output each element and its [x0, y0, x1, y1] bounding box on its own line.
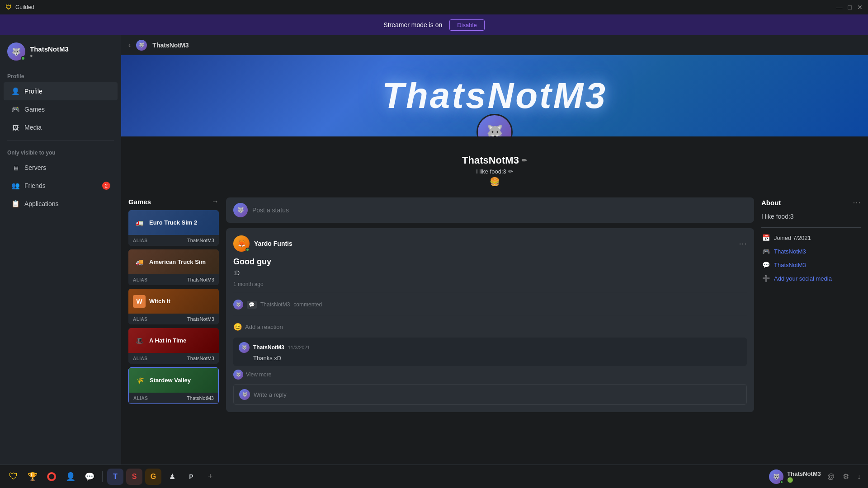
about-title: About — [761, 199, 781, 206]
profile-section-label: Profile — [0, 68, 121, 82]
post-status-box[interactable]: 🐺 Post a status — [226, 197, 754, 223]
reply-input[interactable]: Write a reply — [254, 391, 741, 398]
friends-icon: 👥 — [11, 181, 20, 190]
taskbar-icon-t-app[interactable]: T — [107, 469, 123, 485]
taskbar-icon-trophy[interactable]: 🏆 — [24, 469, 41, 485]
guilded-logo-icon: 🛡 — [5, 4, 12, 11]
mentions-icon[interactable]: @ — [826, 471, 836, 483]
game-name-ets2: Euro Truck Sim 2 — [149, 219, 197, 226]
sidebar-item-friends[interactable]: 👥 Friends 2 — [4, 177, 118, 195]
taskbar-icon-p-app[interactable]: P — [183, 469, 199, 485]
add-reaction-label: Add a reaction — [245, 324, 283, 330]
sidebar-item-games-label: Games — [24, 106, 45, 113]
view-more-label: View more — [246, 371, 271, 378]
game-alias-ahat: ALIAS ThatsNotM3 — [128, 353, 219, 364]
avatar: 🐺 — [7, 42, 25, 61]
disable-streamer-button[interactable]: Disable — [449, 19, 484, 31]
sidebar-item-friends-label: Friends — [24, 182, 46, 189]
game-card-witchit[interactable]: W Witch It ALIAS ThatsNotM3 — [128, 289, 219, 324]
sidebar-user-status: ● — [30, 53, 69, 58]
taskbar-icon-discover[interactable]: ⭕ — [43, 469, 60, 485]
taskbar-add-app-button[interactable]: + — [202, 469, 218, 485]
sidebar-item-servers[interactable]: 🖥 Servers — [4, 159, 118, 177]
comment-text: Thanks xD — [253, 355, 741, 361]
view-more-button[interactable]: 🐺 View more — [233, 370, 747, 380]
game-card-ats[interactable]: 🚚 American Truck Sim ALIAS ThatsNotM3 — [128, 249, 219, 285]
sidebar-item-media[interactable]: 🖼 Media — [4, 118, 118, 136]
about-social-1[interactable]: 🎮 ThatsNotM3 — [761, 247, 861, 256]
banner-text: ThatsNotM3 — [382, 75, 607, 117]
edit-profile-icon[interactable]: ✏ — [522, 157, 527, 164]
profile-emoji: 🍔 — [490, 177, 500, 187]
about-joined: 📅 Joined 7/2021 — [761, 233, 861, 242]
profile-header-avatar: 🐺 — [136, 40, 147, 51]
sidebar-item-games[interactable]: 🎮 Games — [4, 100, 118, 118]
post-header: 🦊 Yardo Funtis ⋯ — [233, 235, 747, 252]
comment-username[interactable]: ThatsNotM3 — [253, 344, 284, 351]
about-more-button[interactable]: ⋯ — [853, 197, 861, 207]
post-status-avatar: 🐺 — [233, 203, 248, 217]
applications-icon: 📋 — [11, 199, 20, 208]
media-icon: 🖼 — [11, 123, 20, 132]
game-name-witchit: Witch It — [149, 298, 170, 305]
minimize-button[interactable]: — — [836, 4, 843, 11]
three-col-layout: Games → 🚛 Euro Truck Sim 2 ALIAS ThatsNo… — [121, 194, 868, 465]
joined-text: Joined 7/2021 — [774, 235, 811, 241]
game-name-stardew: Stardew Valley — [150, 377, 191, 384]
back-button[interactable]: ‹ — [128, 41, 131, 49]
bio-edit-icon[interactable]: ✏ — [508, 168, 513, 175]
post-divider-2 — [233, 316, 747, 316]
game-card-stardew[interactable]: 🌾 Stardew Valley ALIAS ThatsNotM3 — [128, 367, 219, 404]
content-area: ‹ 🐺 ThatsNotM3 ThatsNotM3 🐺 ThatsNotM3 ✏… — [121, 35, 868, 465]
post-user-online-dot — [245, 248, 250, 252]
taskbar-icon-g-app[interactable]: G — [145, 469, 161, 485]
add-reaction-button[interactable]: 😊 Add a reaction — [233, 320, 747, 334]
social-link-1[interactable]: ThatsNotM3 — [774, 248, 806, 255]
comment-icon: 💬 — [247, 301, 257, 309]
settings-icon[interactable]: ⚙ — [841, 470, 851, 483]
sidebar-item-applications[interactable]: 📋 Applications — [4, 195, 118, 213]
taskbar-icon-chat[interactable]: 💬 — [81, 469, 98, 485]
post-status-input[interactable]: Post a status — [252, 206, 747, 214]
main-layout: 🐺 ThatsNotM3 ● Profile 👤 Profile 🎮 Games… — [0, 35, 868, 465]
add-social-media[interactable]: ➕ Add your social media — [761, 274, 861, 283]
taskbar-icon-s-app[interactable]: S — [126, 469, 142, 485]
game-alias-ats: ALIAS ThatsNotM3 — [128, 274, 219, 285]
taskbar-icon-user[interactable]: 👤 — [62, 469, 79, 485]
social-link-2[interactable]: ThatsNotM3 — [774, 262, 806, 268]
commented-text: commented — [293, 301, 322, 308]
reply-box[interactable]: 🐺 Write a reply — [233, 384, 747, 405]
about-divider — [761, 227, 861, 228]
feed-column: 🐺 Post a status 🦊 Yardo Funtis ⋯ — [226, 194, 754, 457]
sidebar-item-profile[interactable]: 👤 Profile — [4, 82, 118, 100]
maximize-button[interactable]: □ — [848, 4, 852, 11]
add-social-label[interactable]: Add your social media — [774, 275, 832, 282]
profile-header-bar: ‹ 🐺 ThatsNotM3 — [121, 35, 868, 55]
game-card-ets2[interactable]: 🚛 Euro Truck Sim 2 ALIAS ThatsNotM3 — [128, 210, 219, 246]
taskbar-icon-steam[interactable]: ♟ — [164, 469, 180, 485]
post-user-info: 🦊 Yardo Funtis — [233, 235, 292, 252]
taskbar-icon-guilded[interactable]: 🛡 — [5, 469, 22, 485]
game-icon-stardew: 🌾 — [133, 374, 146, 387]
comment-header: 🐺 ThatsNotM3 11/3/2021 — [239, 342, 741, 353]
download-icon[interactable]: ↓ — [855, 471, 863, 483]
alias-label-stardew: ALIAS — [133, 396, 148, 401]
games-arrow[interactable]: → — [212, 197, 219, 206]
about-bio: I like food:3 — [761, 213, 861, 220]
post-more-button[interactable]: ⋯ — [739, 239, 747, 249]
view-more-avatar: 🐺 — [233, 370, 243, 380]
user-header[interactable]: 🐺 ThatsNotM3 ● — [0, 35, 121, 68]
taskbar-user[interactable]: 🐺 ThatsNotM3 🟢 — [769, 469, 821, 484]
banner-avatar: 🐺 — [476, 114, 513, 136]
chat-social-icon: 💬 — [761, 260, 770, 269]
sidebar-item-applications-label: Applications — [24, 200, 59, 207]
game-name-ahat: A Hat in Time — [149, 337, 186, 344]
game-card-ahat[interactable]: 🎩 A Hat in Time ALIAS ThatsNotM3 — [128, 328, 219, 364]
about-social-2[interactable]: 💬 ThatsNotM3 — [761, 260, 861, 269]
app-title: Guilded — [15, 4, 34, 10]
private-section-label: Only visible to you — [0, 144, 121, 159]
comment-block: 🐺 ThatsNotM3 11/3/2021 Thanks xD — [233, 338, 747, 366]
close-button[interactable]: ✕ — [857, 4, 863, 11]
post-username[interactable]: Yardo Funtis — [254, 240, 292, 247]
game-cover-witchit: W Witch It — [128, 289, 219, 314]
